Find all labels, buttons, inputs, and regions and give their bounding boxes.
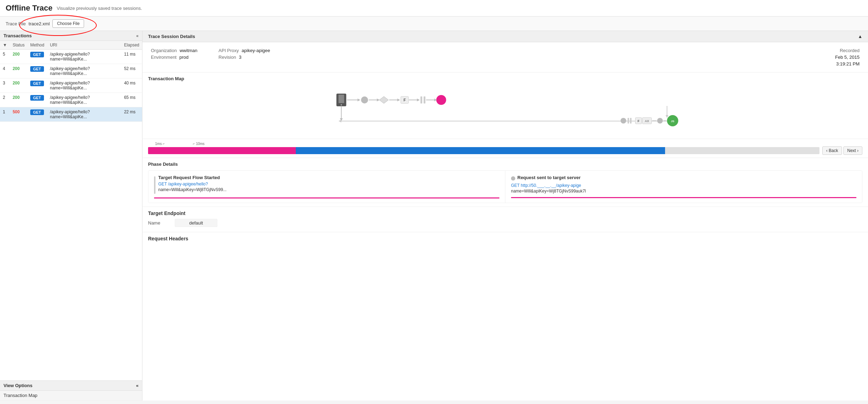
revision-label: Revision	[218, 55, 236, 60]
phase-card-1-title: Target Request Flow Started	[158, 175, 226, 180]
device-button	[341, 104, 342, 106]
row-id: 4	[0, 64, 10, 78]
flow-arrow-3	[397, 99, 400, 101]
row-id: 3	[0, 78, 10, 93]
left-panel: Transactions « ▼ Status Method URI Elaps…	[0, 31, 142, 400]
env-row: Environment prod	[151, 55, 197, 60]
target-endpoint-section: Target Endpoint Name default	[142, 207, 868, 232]
file-row: Trace File trace2.xml Choose File	[0, 17, 868, 31]
phase-bar-1	[154, 176, 155, 194]
row-elapsed: 52 ms	[121, 64, 142, 78]
row-method: GET	[27, 93, 47, 107]
row-elapsed: 40 ms	[121, 78, 142, 93]
trace-session-title: Trace Session Details	[148, 34, 195, 39]
phase-indicator-2	[511, 176, 515, 181]
choose-file-button[interactable]: Choose File	[52, 19, 84, 28]
flow-circle-b2	[621, 118, 626, 124]
request-headers-section: Request Headers	[142, 232, 868, 245]
row-id: 2	[0, 93, 10, 107]
page-subtitle: Visualize previously saved trace session…	[57, 6, 142, 11]
phase-card-2-border	[511, 197, 856, 198]
proxy-revision-block: API Proxy apikey-apigee Revision 3	[218, 48, 270, 67]
row-method: GET	[27, 50, 47, 64]
table-header-row: ▼ Status Method URI Elapsed	[0, 41, 142, 50]
transactions-title: Transactions	[4, 33, 32, 38]
timeline-labels: 1ms ⌐ ⌐ 10ms	[155, 142, 862, 146]
trace-file-label: Trace File	[6, 21, 26, 26]
row-uri: /apikey-apigee/hello?name=Will&apiKe...	[47, 78, 121, 93]
row-elapsed: 22 ms	[121, 107, 142, 122]
flow-pink-circle[interactable]	[436, 95, 446, 105]
timeline-label-10ms: ⌐ 10ms	[193, 142, 205, 146]
back-button[interactable]: ‹ Back	[822, 146, 842, 155]
row-uri: /apikey-apigee/hello?name=Will&apiKe...	[47, 50, 121, 64]
view-options-header[interactable]: View Options «	[0, 381, 142, 391]
proxy-label: API Proxy	[218, 48, 239, 53]
endpoint-name-value: default	[175, 219, 217, 227]
table-row[interactable]: 3 200 GET /apikey-apigee/hello?name=Will…	[0, 78, 142, 93]
flow-ax-label: AX	[645, 119, 649, 123]
row-elapsed: 65 ms	[121, 93, 142, 107]
flow-arrow-4	[417, 99, 420, 101]
timeline-nav: ‹ Back Next ›	[822, 146, 862, 155]
phase-card-2-link[interactable]: GET http://50.___.__.__/apikey-apige	[511, 183, 586, 188]
session-info: Organization wwitman Environment prod AP…	[142, 42, 868, 72]
trace-filename: trace2.xml	[28, 21, 50, 26]
transactions-collapse-btn[interactable]: «	[136, 33, 139, 38]
transactions-table: ▼ Status Method URI Elapsed 5 200 GET /a…	[0, 41, 142, 122]
phase-card-1-border	[154, 197, 499, 198]
view-options-section: View Options « Transaction Map	[0, 380, 142, 400]
table-row[interactable]: 1 500 GET /apikey-apigee/hello?name=Will…	[0, 107, 142, 122]
flow-circle-b1	[657, 118, 663, 124]
table-row[interactable]: 4 200 GET /apikey-apigee/hello?name=Will…	[0, 64, 142, 78]
main-layout: Transactions « ▼ Status Method URI Elaps…	[0, 31, 868, 400]
row-id: 5	[0, 50, 10, 64]
sort-arrow[interactable]: ▼	[3, 43, 7, 48]
target-endpoint-title: Target Endpoint	[148, 210, 862, 216]
trace-session-header: Trace Session Details ▲	[142, 31, 868, 42]
col-uri: URI	[47, 41, 121, 50]
flow-f-label: F	[403, 98, 406, 102]
phase-card-1-text: name=Will&apiKey=Wj8TGjNvS99...	[158, 187, 226, 192]
transactions-tbody: 5 200 GET /apikey-apigee/hello?name=Will…	[0, 50, 142, 122]
row-status: 200	[10, 50, 27, 64]
view-options-collapse[interactable]: «	[136, 383, 139, 388]
view-options-title: View Options	[4, 383, 32, 388]
view-options-transaction-map[interactable]: Transaction Map	[0, 391, 142, 400]
flow-circle-1	[361, 96, 368, 103]
timeline-bar-container: ‹ Back Next ›	[148, 146, 862, 155]
phase-card-2: Request sent to target server GET http:/…	[505, 171, 862, 203]
table-row[interactable]: 2 200 GET /apikey-apigee/hello?name=Will…	[0, 93, 142, 107]
flow-parallel-b1	[628, 118, 629, 124]
flow-nodejs-label: JS	[671, 120, 675, 123]
flow-parallel-b2	[630, 118, 632, 124]
transactions-header: Transactions «	[0, 31, 142, 41]
phase-details-title: Phase Details	[148, 162, 862, 167]
row-uri: /apikey-apigee/hello?name=Will&apiKe...	[47, 64, 121, 78]
col-status: Status	[10, 41, 27, 50]
flow-arrow-1	[358, 99, 360, 101]
proxy-row: API Proxy apikey-apigee	[218, 48, 270, 53]
flow-f-label-b: F	[638, 119, 640, 123]
env-label: Environment	[151, 55, 177, 60]
col-sort[interactable]: ▼	[0, 41, 10, 50]
device-screen	[339, 95, 344, 103]
request-headers-title: Request Headers	[148, 236, 862, 241]
phase-card-2-text: name=Will&apiKey=Wj8TGjNvS99auk7l	[511, 189, 586, 194]
page-title: Offline Trace	[6, 4, 52, 13]
flow-parallel-2	[424, 96, 426, 103]
row-uri: /apikey-apigee/hello?name=Will&apiKe...	[47, 107, 121, 122]
timeline-bar-pink	[148, 147, 296, 154]
phase-card-1-link[interactable]: GET /apikey-apigee/hello?	[158, 182, 226, 187]
phase-cards: Target Request Flow Started GET /apikey-…	[148, 170, 862, 203]
endpoint-name-row: Name default	[148, 219, 862, 227]
table-row[interactable]: 5 200 GET /apikey-apigee/hello?name=Will…	[0, 50, 142, 64]
trace-session-collapse[interactable]: ▲	[858, 34, 862, 39]
org-row: Organization wwitman	[151, 48, 197, 53]
endpoint-name-label: Name	[148, 220, 169, 226]
revision-value: 3	[239, 55, 241, 60]
org-env-block: Organization wwitman Environment prod	[151, 48, 197, 67]
next-button[interactable]: Next ›	[843, 146, 862, 155]
recorded-time: 3:19:21 PM	[835, 61, 860, 67]
transaction-map-section: Transaction Map	[142, 72, 868, 139]
